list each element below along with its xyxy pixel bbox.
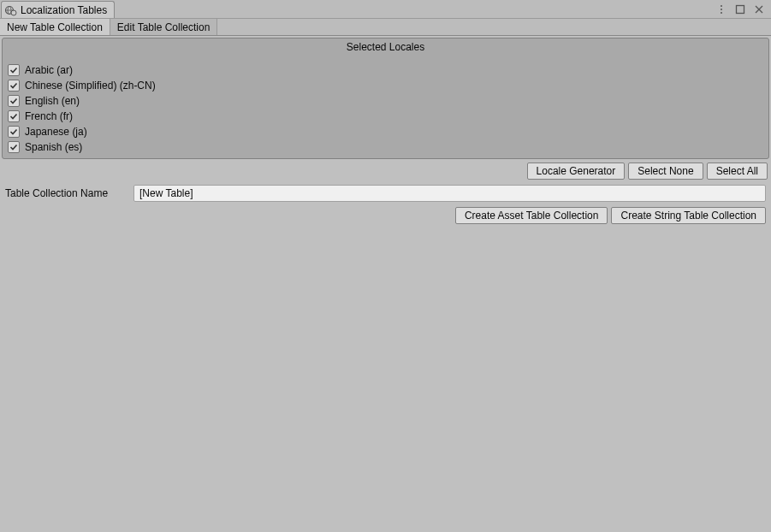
locale-checkbox[interactable] bbox=[8, 126, 20, 138]
locale-checkbox[interactable] bbox=[8, 64, 20, 76]
tab-label: New Table Collection bbox=[7, 21, 103, 33]
table-collection-name-input[interactable] bbox=[133, 185, 766, 202]
close-icon[interactable] bbox=[752, 3, 766, 16]
table-name-row: Table Collection Name bbox=[2, 183, 769, 204]
svg-rect-7 bbox=[737, 5, 744, 13]
tab-new-table-collection[interactable]: New Table Collection bbox=[0, 19, 110, 35]
window-title-bar: Localization Tables bbox=[0, 0, 771, 19]
locale-row: Spanish (es) bbox=[8, 139, 763, 155]
locale-checkbox[interactable] bbox=[8, 141, 20, 153]
window-menu-icon[interactable] bbox=[715, 3, 728, 16]
locale-label: Chinese (Simplified) (zh-CN) bbox=[25, 80, 156, 92]
locale-checkbox[interactable] bbox=[8, 110, 20, 122]
locale-label: English (en) bbox=[25, 95, 80, 107]
locale-label: Japanese (ja) bbox=[25, 126, 87, 138]
svg-point-6 bbox=[721, 12, 722, 14]
create-asset-table-button[interactable]: Create Asset Table Collection bbox=[455, 207, 608, 224]
locale-label: French (fr) bbox=[25, 110, 73, 122]
selected-locales-panel: Selected Locales Arabic (ar)Chinese (Sim… bbox=[2, 38, 769, 159]
create-buttons-row: Create Asset Table Collection Create Str… bbox=[2, 204, 769, 228]
content-area: Selected Locales Arabic (ar)Chinese (Sim… bbox=[0, 36, 771, 229]
locale-buttons-row: Locale Generator Select None Select All bbox=[2, 159, 769, 183]
svg-point-3 bbox=[11, 10, 16, 15]
select-none-button[interactable]: Select None bbox=[628, 163, 703, 180]
locale-label: Spanish (es) bbox=[25, 141, 82, 153]
subtab-bar: New Table Collection Edit Table Collecti… bbox=[0, 19, 771, 36]
window-controls bbox=[715, 0, 771, 18]
locale-generator-button[interactable]: Locale Generator bbox=[527, 163, 626, 180]
maximize-icon[interactable] bbox=[733, 3, 747, 16]
svg-point-5 bbox=[721, 9, 722, 10]
locale-row: English (en) bbox=[8, 93, 763, 109]
locale-label: Arabic (ar) bbox=[25, 64, 73, 76]
window-tab[interactable]: Localization Tables bbox=[1, 1, 115, 18]
panel-header: Selected Locales bbox=[3, 38, 768, 56]
tab-label: Edit Table Collection bbox=[117, 21, 211, 33]
locales-list: Arabic (ar)Chinese (Simplified) (zh-CN)E… bbox=[3, 56, 768, 158]
localization-icon bbox=[5, 4, 17, 16]
select-all-button[interactable]: Select All bbox=[707, 163, 768, 180]
locale-row: Japanese (ja) bbox=[8, 124, 763, 139]
locale-row: Chinese (Simplified) (zh-CN) bbox=[8, 78, 763, 93]
svg-point-4 bbox=[721, 5, 722, 7]
locale-checkbox[interactable] bbox=[8, 80, 20, 92]
table-collection-name-label: Table Collection Name bbox=[5, 187, 116, 199]
locale-row: French (fr) bbox=[8, 109, 763, 124]
window-title: Localization Tables bbox=[21, 4, 107, 16]
locale-row: Arabic (ar) bbox=[8, 62, 763, 78]
locale-checkbox[interactable] bbox=[8, 95, 20, 107]
create-string-table-button[interactable]: Create String Table Collection bbox=[611, 207, 766, 224]
tab-edit-table-collection[interactable]: Edit Table Collection bbox=[110, 19, 218, 35]
